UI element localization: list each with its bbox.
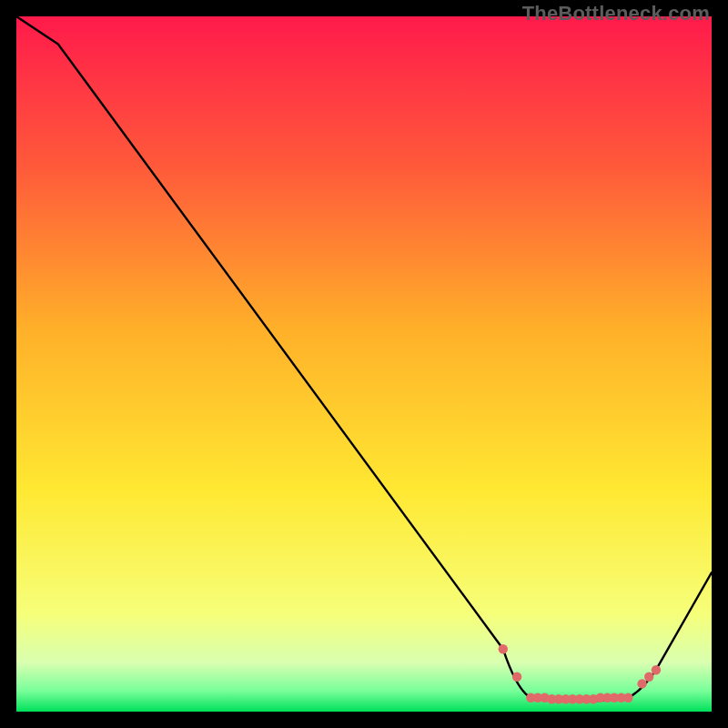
marker-dot bbox=[512, 672, 521, 682]
chart-canvas: TheBottleneck.com bbox=[0, 0, 728, 728]
chart-svg bbox=[16, 16, 712, 712]
marker-dot bbox=[652, 665, 661, 674]
marker-dot bbox=[637, 679, 646, 688]
watermark-label: TheBottleneck.com bbox=[522, 2, 710, 25]
gradient-background bbox=[16, 16, 712, 712]
marker-dot bbox=[499, 644, 508, 653]
marker-dot bbox=[644, 672, 653, 682]
marker-dot bbox=[623, 693, 632, 703]
plot-area bbox=[16, 16, 712, 712]
